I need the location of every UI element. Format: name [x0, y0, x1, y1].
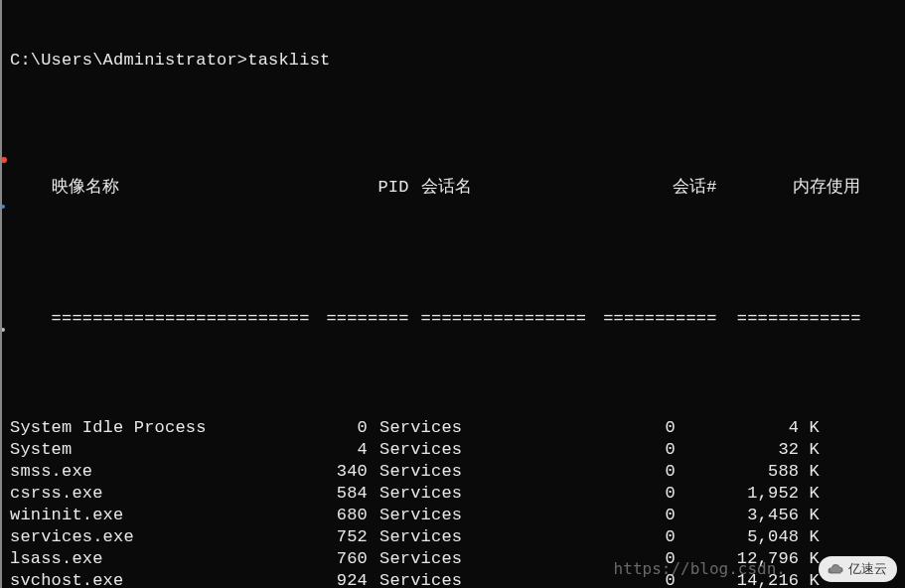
terminal-output: C:\Users\Administrator>tasklist 映像名称PID会… [2, 0, 905, 588]
process-session: Services [368, 526, 544, 548]
process-pid: 584 [278, 483, 368, 505]
process-memory: 5,048 K [676, 526, 820, 548]
process-memory: 3,456 K [676, 505, 820, 526]
column-headers: 映像名称PID会话名会话#内存使用 [10, 155, 905, 220]
process-pid: 680 [278, 505, 368, 526]
process-memory: 32 K [676, 439, 820, 461]
header-pid: PID [320, 177, 409, 199]
process-session-number: 0 [544, 483, 676, 505]
process-session: Services [368, 417, 544, 439]
process-session: Services [368, 483, 544, 505]
process-name: lsass.exe [10, 548, 278, 570]
process-session-number: 0 [544, 570, 676, 588]
process-pid: 760 [278, 548, 368, 570]
process-row: csrss.exe584Services01,952 K [10, 483, 905, 505]
process-row: System Idle Process0Services04 K [10, 417, 905, 439]
process-pid: 4 [278, 439, 368, 461]
process-row: services.exe752Services05,048 K [10, 526, 905, 548]
process-row: smss.exe340Services0588 K [10, 461, 905, 483]
process-pid: 924 [278, 570, 368, 588]
command-prompt: C:\Users\Administrator>tasklist [10, 50, 905, 72]
process-memory: 1,952 K [676, 483, 820, 505]
process-session: Services [368, 505, 544, 526]
process-name: csrss.exe [10, 483, 278, 505]
process-pid: 340 [278, 461, 368, 483]
process-memory: 14,216 K [676, 570, 820, 588]
process-pid: 752 [278, 526, 368, 548]
process-pid: 0 [278, 417, 368, 439]
header-image-name: 映像名称 [52, 177, 320, 199]
process-row: lsass.exe760Services012,796 K [10, 548, 905, 570]
process-name: smss.exe [10, 461, 278, 483]
header-memory: 内存使用 [717, 177, 861, 199]
process-session-number: 0 [544, 417, 676, 439]
process-session-number: 0 [544, 505, 676, 526]
process-name: svchost.exe [10, 570, 278, 588]
process-name: services.exe [10, 526, 278, 548]
process-row: wininit.exe680Services03,456 K [10, 505, 905, 526]
process-name: System Idle Process [10, 417, 278, 439]
process-memory: 588 K [676, 461, 820, 483]
process-session: Services [368, 548, 544, 570]
header-divider: ========================================… [10, 286, 905, 352]
process-memory: 12,796 K [676, 548, 820, 570]
process-session-number: 0 [544, 461, 676, 483]
header-session: 会话名 [409, 177, 586, 199]
process-memory: 4 K [676, 417, 820, 439]
edge-decoration-icon [1, 328, 5, 332]
process-name: System [10, 439, 278, 461]
process-name: wininit.exe [10, 505, 278, 526]
process-session-number: 0 [544, 548, 676, 570]
process-row: svchost.exe924Services014,216 K [10, 570, 905, 588]
process-session: Services [368, 461, 544, 483]
process-row: System4Services032 K [10, 439, 905, 461]
process-list: System Idle Process0Services04 KSystem4S… [10, 417, 905, 588]
process-session: Services [368, 570, 544, 588]
edge-decoration-icon [1, 157, 7, 163]
process-session-number: 0 [544, 439, 676, 461]
header-session-number: 会话# [586, 177, 717, 199]
process-session-number: 0 [544, 526, 676, 548]
process-session: Services [368, 439, 544, 461]
edge-decoration-icon [1, 205, 5, 209]
